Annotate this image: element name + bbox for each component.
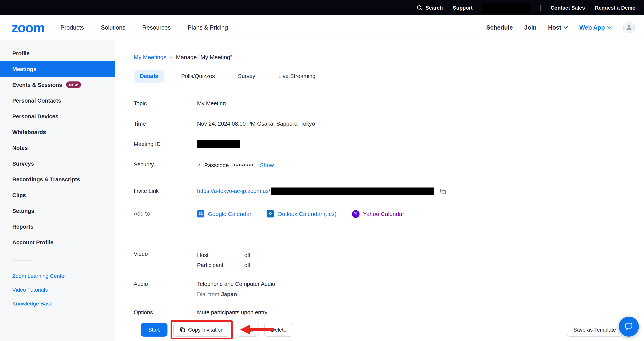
topic-label: Topic <box>134 100 197 108</box>
sidebar-item-meetings[interactable]: Meetings <box>0 61 115 77</box>
dial-from-label: Dial from <box>197 291 219 298</box>
copy-invitation-button[interactable]: Copy Invitation <box>173 322 230 336</box>
sidebar-item-surveys[interactable]: Surveys <box>0 156 115 171</box>
search-icon <box>416 5 422 10</box>
sidebar-link-video-tutorials[interactable]: Video Tutorials <box>0 283 115 296</box>
check-icon: ✓ <box>197 162 201 169</box>
passcode-mask: ******** <box>233 160 254 170</box>
sidebar-item-label: Reports <box>12 224 34 230</box>
audio-row: Audio Telephone and Computer Audio Dial … <box>134 280 622 298</box>
sidebar-item-label: Profile <box>12 50 30 56</box>
video-host-value: off <box>244 250 250 260</box>
video-label: Video <box>134 250 197 258</box>
google-calendar-label: Google Calendar <box>208 210 252 218</box>
video-host-label: Host <box>197 250 244 260</box>
main-header: zoom Products Solutions Resources Plans … <box>0 15 644 40</box>
tab-details[interactable]: Details <box>134 70 164 82</box>
sidebar-item-label: Clips <box>12 192 26 198</box>
security-row: Security ✓ Passcode ******** Show <box>134 160 622 170</box>
sidebar-item-settings[interactable]: Settings <box>0 203 115 218</box>
tab-bar: Details Polls/Quizzes Survey Live Stream… <box>134 70 622 82</box>
video-row: Video Host off Participant off <box>134 250 622 270</box>
join-link[interactable]: Join <box>524 24 537 31</box>
copy-icon <box>180 327 185 332</box>
sidebar-item-personal-devices[interactable]: Personal Devices <box>0 108 115 124</box>
show-passcode-link[interactable]: Show <box>260 161 274 170</box>
sidebar-item-clips[interactable]: Clips <box>0 187 115 203</box>
yahoo-calendar-icon: Y! <box>352 210 360 218</box>
zoom-logo[interactable]: zoom <box>12 21 44 34</box>
header-actions: Schedule Join Host Web App <box>486 22 635 34</box>
topic-value: My Meeting <box>197 100 226 108</box>
outlook-calendar-link[interactable]: O Outlook Calendar (.ics) <box>267 210 336 218</box>
support-link[interactable]: Support <box>453 5 473 10</box>
sidebar-item-account-profile[interactable]: Account Profile <box>0 234 115 250</box>
action-bar: Start Copy Invitation Edit Delete Save a… <box>115 318 644 341</box>
dial-from-country: Japan <box>221 291 237 298</box>
annotation-arrow <box>240 324 274 334</box>
annotation-highlight-box: Copy Invitation <box>170 320 233 339</box>
outlook-calendar-label: Outlook Calendar (.ics) <box>278 210 336 218</box>
sidebar-item-recordings-transcripts[interactable]: Recordings & Transcripts <box>0 171 115 187</box>
search-button[interactable]: Search <box>416 5 443 10</box>
audio-label: Audio <box>134 280 197 288</box>
web-app-menu[interactable]: Web App <box>579 24 611 31</box>
add-to-label: Add to <box>134 210 197 218</box>
topbar-divider <box>540 4 541 11</box>
time-row: Time Nov 24, 2024 08:00 PM Osaka, Sappor… <box>134 120 622 128</box>
request-demo-link[interactable]: Request a Demo <box>595 5 636 10</box>
new-badge: NEW <box>66 82 81 88</box>
sidebar-item-label: Surveys <box>12 160 34 166</box>
invite-link-row: Invite Link https://u-tokyo-ac-jp.zoom.u… <box>134 187 622 195</box>
schedule-link[interactable]: Schedule <box>486 24 513 31</box>
breadcrumb-my-meetings[interactable]: My Meetings <box>134 54 166 60</box>
sidebar-item-reports[interactable]: Reports <box>0 218 115 234</box>
invite-url[interactable]: https://u-tokyo-ac-jp.zoom.us/ <box>197 187 270 195</box>
tab-polls-quizzes[interactable]: Polls/Quizzes <box>175 70 221 82</box>
sidebar-item-label: Events & Sessions <box>12 82 62 88</box>
web-app-label: Web App <box>579 24 605 31</box>
section-divider <box>197 233 622 233</box>
sidebar-item-events-sessions[interactable]: Events & Sessions NEW <box>0 77 115 92</box>
sidebar-item-label: Personal Contacts <box>12 98 61 104</box>
nav-plans-pricing[interactable]: Plans & Pricing <box>188 24 228 31</box>
main-nav: Products Solutions Resources Plans & Pri… <box>60 24 228 31</box>
nav-solutions[interactable]: Solutions <box>101 24 126 31</box>
google-calendar-link[interactable]: 31 Google Calendar <box>197 210 252 218</box>
sidebar-item-personal-contacts[interactable]: Personal Contacts <box>0 92 115 108</box>
sidebar-item-label: Settings <box>12 208 34 214</box>
copy-invite-link-icon[interactable] <box>440 188 446 194</box>
passcode-label: Passcode <box>204 161 229 170</box>
nav-products[interactable]: Products <box>60 24 84 31</box>
chat-fab-button[interactable] <box>619 316 638 336</box>
outlook-calendar-icon: O <box>267 210 274 218</box>
nav-resources[interactable]: Resources <box>142 24 171 31</box>
chevron-down-icon <box>607 26 611 29</box>
time-label: Time <box>134 120 197 128</box>
redacted-invite-link <box>271 187 434 195</box>
sidebar-divider <box>12 260 32 260</box>
tab-live-streaming[interactable]: Live Streaming <box>272 70 322 82</box>
options-label: Options <box>134 308 197 316</box>
tab-survey[interactable]: Survey <box>232 70 262 82</box>
sidebar-item-whiteboards[interactable]: Whiteboards <box>0 124 115 140</box>
start-button[interactable]: Start <box>140 322 167 336</box>
sidebar-link-knowledge-base[interactable]: Knowledge Base <box>0 296 115 310</box>
contact-sales-link[interactable]: Contact Sales <box>551 5 585 10</box>
sidebar-item-notes[interactable]: Notes <box>0 140 115 156</box>
breadcrumb: My Meetings › Manage "My Meeting" <box>134 54 622 60</box>
sidebar-item-label: Notes <box>12 145 28 151</box>
options-row: Options Mute participants upon entry <box>134 308 622 316</box>
host-menu[interactable]: Host <box>548 24 568 31</box>
sidebar-item-label: Personal Devices <box>12 113 58 119</box>
sidebar-item-label: Meetings <box>12 66 36 72</box>
sidebar-item-profile[interactable]: Profile <box>0 45 115 61</box>
sidebar: Profile Meetings Events & Sessions NEW P… <box>0 40 115 341</box>
avatar[interactable] <box>623 22 635 34</box>
yahoo-calendar-label: Yahoo Calendar <box>363 210 404 218</box>
save-as-template-button[interactable]: Save as Template <box>567 322 622 336</box>
yahoo-calendar-link[interactable]: Y! Yahoo Calendar <box>352 210 404 218</box>
breadcrumb-separator-icon: › <box>170 54 172 60</box>
sidebar-link-zoom-learning-center[interactable]: Zoom Learning Center <box>0 269 115 283</box>
top-utility-bar: Search Support Contact Sales Request a D… <box>0 0 644 15</box>
